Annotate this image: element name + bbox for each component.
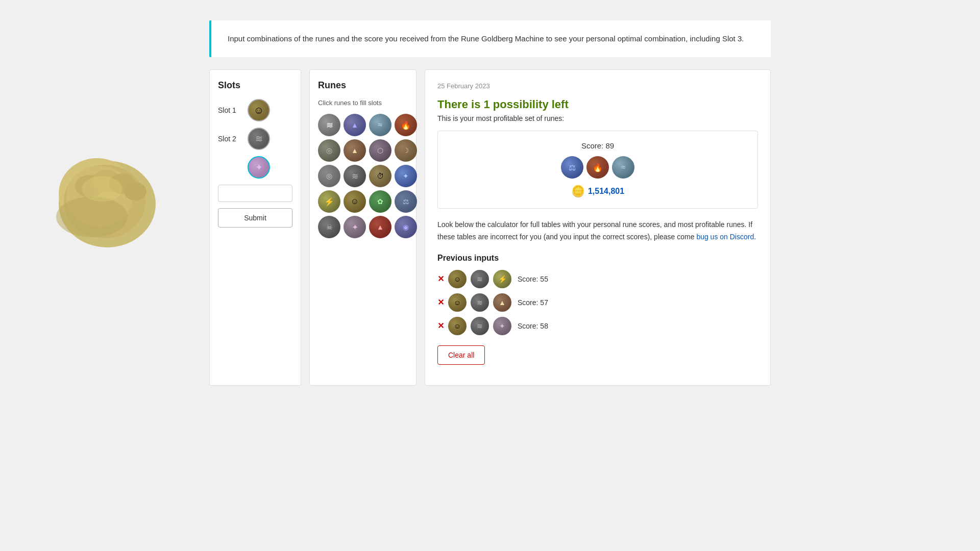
prev-rune-2c: ▲ [493,293,511,312]
svg-point-3 [66,166,133,227]
rune-mind[interactable]: ▲ [344,114,366,136]
slot-1-rune[interactable]: ☺ [248,99,270,121]
svg-point-4 [75,175,104,197]
coins-row: 🪙 1,514,801 [448,185,747,198]
prev-score-3: Score: 58 [518,322,548,330]
rune-air[interactable]: ≋ [318,114,340,136]
clear-all-button[interactable]: Clear all [437,345,485,365]
rune-body[interactable]: ▲ [344,139,366,162]
remove-input-1[interactable]: ✕ [437,275,444,283]
prev-rune-2b: ≋ [471,293,489,312]
rune-face[interactable]: ☺ [344,190,366,213]
svg-point-8 [56,196,128,237]
result-rune-2: 🔥 [586,156,609,179]
results-panel: 25 February 2023 There is 1 possibility … [425,69,771,386]
rune-life[interactable]: ✿ [369,190,391,213]
prev-rune-3b: ≋ [471,317,489,335]
svg-point-5 [92,170,120,192]
score-input-row [218,185,292,202]
prev-rune-1b: ≋ [471,270,489,288]
prev-rune-3a: ☺ [448,317,467,335]
submit-button[interactable]: Submit [218,208,292,228]
prev-input-row-3: ✕ ☺ ≋ ✦ Score: 58 [437,317,758,335]
score-card: Score: 89 ⚖ 🔥 ≈ 🪙 1,514,801 [437,131,758,209]
result-rune-3: ≈ [612,156,634,179]
slot-row-3: ✦ [218,156,292,179]
discord-link[interactable]: bug us on Discord [696,233,754,241]
slot-2-rune[interactable]: ≋ [248,128,270,150]
rune-law[interactable]: ⚖ [395,190,417,213]
rune-fire[interactable]: 🔥 [395,114,417,136]
slot-3-rune[interactable]: ✦ [248,156,270,179]
prev-score-2: Score: 57 [518,298,548,307]
slot-2-label: Slot 2 [218,135,243,143]
score-card-label: Score: 89 [448,141,747,150]
look-below-text: Look below the calculator for full table… [437,219,758,243]
slot-row-1: Slot 1 ☺ [218,99,292,121]
date-text: 25 February 2023 [437,82,758,90]
prev-rune-1a: ☺ [448,270,467,288]
coins-icon: 🪙 [571,185,585,198]
slot-row-2: Slot 2 ≋ [218,128,292,150]
svg-point-1 [59,158,135,230]
coins-value: 1,514,801 [588,187,624,196]
runes-subtitle: Click runes to fill slots [318,99,408,107]
prev-score-1: Score: 55 [518,275,548,283]
possibility-heading: There is 1 possibility left [437,98,758,111]
slots-panel: Slots Slot 1 ☺ Slot 2 ≋ [209,69,301,386]
rune-lightning[interactable]: ⚡ [318,190,340,213]
rune-chaos[interactable]: ☽ [395,139,417,162]
runes-panel: Runes Click runes to fill slots ≋ ▲ ≈ 🔥 [309,69,416,386]
rune-nature[interactable]: ◎ [318,165,340,187]
runes-grid: ≋ ▲ ≈ 🔥 ◎ ▲ ⬡ [318,114,408,238]
slot-1-label: Slot 1 [218,106,243,114]
page-wrapper: Input combinations of the runes and the … [0,0,980,551]
rune-time[interactable]: ⏱ [369,165,391,187]
prev-input-row-1: ✕ ☺ ≋ ⚡ Score: 55 [437,270,758,288]
decorative-object [51,143,163,255]
svg-point-7 [124,182,146,201]
svg-point-6 [109,173,136,194]
previous-inputs-title: Previous inputs [437,254,758,263]
svg-point-2 [64,165,145,238]
main-content: Slots Slot 1 ☺ Slot 2 ≋ [209,69,771,386]
remove-input-2[interactable]: ✕ [437,298,444,307]
slots-title: Slots [218,80,292,91]
rune-astral[interactable]: ✦ [395,165,417,187]
runes-title: Runes [318,80,408,91]
svg-point-0 [59,161,156,247]
score-input[interactable] [218,185,292,202]
rune-earth[interactable]: ◎ [318,139,340,162]
rune-death[interactable]: ☠ [318,216,340,238]
rune-star[interactable]: ✦ [344,216,366,238]
svg-point-9 [82,176,122,202]
score-runes-row: ⚖ 🔥 ≈ [448,156,747,179]
prev-rune-1c: ⚡ [493,270,511,288]
rune-smoke[interactable]: ≋ [344,165,366,187]
remove-input-3[interactable]: ✕ [437,322,444,330]
intro-text: Input combinations of the runes and the … [228,33,754,45]
rune-blood[interactable]: ▲ [369,216,391,238]
result-rune-1: ⚖ [561,156,583,179]
rune-water[interactable]: ≈ [369,114,391,136]
prev-rune-3c: ✦ [493,317,511,335]
intro-box: Input combinations of the runes and the … [209,20,771,57]
rune-cosmic[interactable]: ⬡ [369,139,391,162]
prev-input-row-2: ✕ ☺ ≋ ▲ Score: 57 [437,293,758,312]
profitset-text: This is your most profitable set of rune… [437,114,758,122]
prev-rune-2a: ☺ [448,293,467,312]
rune-soul[interactable]: ◉ [395,216,417,238]
